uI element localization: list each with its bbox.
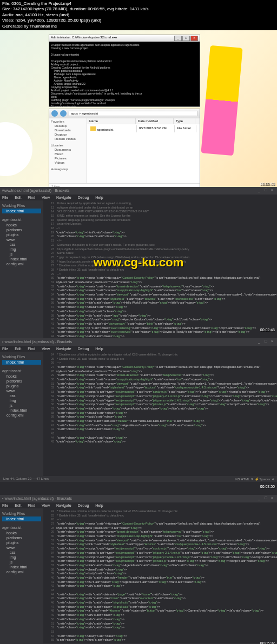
tree-item[interactable]: www [2, 237, 41, 242]
menu-help[interactable]: Help [95, 196, 103, 199]
working-file[interactable]: index.html [2, 516, 41, 521]
tree-item[interactable]: config.xml [2, 569, 41, 574]
menu-help[interactable]: Help [95, 347, 103, 351]
back-icon[interactable] [51, 110, 58, 117]
tree-item[interactable]: hooks [2, 223, 41, 227]
sidebar-libraries[interactable]: Libraries [50, 143, 85, 147]
tree-item[interactable]: www [2, 545, 41, 550]
editor-menu: File Edit Find View Navigate Debug Help [0, 194, 277, 200]
tree-item[interactable]: img [2, 398, 41, 403]
editor-titlebar[interactable]: • www/index.html (agentassist) - Bracket… [0, 338, 277, 346]
menu-find[interactable]: Find [28, 347, 35, 351]
timestamp: 00:02:46 [260, 328, 275, 332]
menu-view[interactable]: View [42, 504, 50, 507]
timestamp: 00:00:53 [260, 182, 275, 186]
menu-debug[interactable]: Debug [78, 196, 89, 199]
menu-find[interactable]: Find [28, 504, 35, 507]
tree-item[interactable]: config.xml [2, 413, 41, 418]
menu-edit[interactable]: Edit [15, 347, 21, 351]
sidebar-item-music[interactable]: Music [50, 152, 85, 156]
editor-titlebar[interactable]: • www/index.html (agentassist) - Bracket… [0, 495, 277, 502]
column-type[interactable]: Type [174, 118, 195, 124]
tree-item[interactable]: platforms [2, 535, 41, 540]
cmd-titlebar[interactable]: Administrator: C:\Windows\system32\cmd.e… [49, 35, 200, 42]
close-button[interactable]: × [190, 36, 198, 41]
maximize-button[interactable]: □ [182, 36, 190, 41]
editor-titlebar[interactable]: www/index.html (agentassist) - Brackets … [0, 187, 277, 194]
tree-item[interactable]: css [2, 242, 41, 247]
code-editor[interactable]: 24 * Disables use of inline scripts in o… [43, 352, 277, 476]
tree-item[interactable]: plugins [2, 232, 41, 237]
sidebar-item-documents[interactable]: Documents [50, 147, 85, 152]
sidebar-item-desktop[interactable]: Desktop [50, 124, 85, 128]
working-file[interactable]: index.html [2, 360, 41, 365]
maximize-icon[interactable]: □ [263, 339, 268, 345]
sidebar-homegroup[interactable]: Homegroup [50, 167, 85, 171]
sidebar-item-videos[interactable]: Videos [50, 160, 85, 165]
code-editor[interactable]: 24 * Disables use of inline scripts in o… [43, 508, 277, 643]
sidebar-favorites[interactable]: Favorites [50, 119, 85, 124]
tree-item[interactable]: img [2, 247, 41, 252]
tree-item[interactable]: plugins [2, 384, 41, 388]
tree-item[interactable]: css [2, 393, 41, 398]
forward-icon[interactable] [60, 110, 67, 117]
tree-item[interactable]: plugins [2, 540, 41, 545]
project-header[interactable]: agentassist [2, 217, 41, 223]
working-file[interactable]: index.html [2, 209, 41, 213]
maximize-icon[interactable]: □ [263, 496, 268, 501]
minimize-icon[interactable]: _ [256, 339, 262, 345]
menu-view[interactable]: View [42, 196, 50, 199]
tree-item[interactable]: js [2, 252, 41, 257]
tree-item[interactable]: js [2, 560, 41, 565]
menu-edit[interactable]: Edit [15, 196, 21, 199]
sidebar-item-recent[interactable]: Recent Places [50, 137, 85, 141]
menu-debug[interactable]: Debug [78, 504, 89, 507]
sidebar-item-dropbox[interactable]: Dropbox [50, 132, 85, 137]
close-icon[interactable]: × [269, 188, 275, 193]
menu-file[interactable]: File [2, 504, 8, 507]
tree-item[interactable]: hooks [2, 531, 41, 535]
project-header[interactable]: agentassist [2, 525, 41, 531]
tree-item[interactable]: hooks [2, 374, 41, 379]
sidebar-item-downloads[interactable]: Downloads [50, 128, 85, 132]
close-icon[interactable]: × [269, 339, 275, 345]
minimize-button[interactable]: _ [174, 36, 182, 41]
tree-item[interactable]: index.html [2, 565, 41, 569]
tree-item[interactable]: index.html [2, 408, 41, 413]
menu-view[interactable]: View [42, 347, 50, 351]
column-name[interactable]: Name [87, 118, 136, 124]
working-files-header: Working Files [2, 511, 41, 516]
menu-find[interactable]: Find [28, 196, 35, 199]
menu-file[interactable]: File [2, 196, 8, 199]
tree-item[interactable]: js [2, 403, 41, 408]
editor-pane-3: • www/index.html (agentassist) - Bracket… [0, 495, 277, 644]
file-row[interactable]: agentassist 8/27/2015 9:52 PM File folde… [87, 124, 200, 133]
timestamp: 00:03:50 [260, 485, 275, 488]
tree-item[interactable]: img [2, 555, 41, 560]
maximize-icon[interactable]: □ [263, 188, 268, 193]
path-field[interactable]: apps > agentassist [69, 111, 197, 116]
sidebar-item-pictures[interactable]: Pictures [50, 156, 85, 160]
column-date[interactable]: Date modified [136, 118, 174, 124]
menu-help[interactable]: Help [95, 504, 103, 507]
tree-item[interactable]: platforms [2, 379, 41, 384]
minimize-icon[interactable]: _ [256, 188, 262, 193]
close-icon[interactable]: × [269, 496, 275, 501]
tree-item[interactable]: index.html [2, 257, 41, 261]
menu-navigate[interactable]: Navigate [56, 347, 71, 351]
explorer-status: 1 item [49, 183, 200, 187]
menu-file[interactable]: File [2, 347, 8, 351]
tree-item[interactable]: config.xml [2, 261, 41, 266]
explorer-toolbar: apps > agentassist [49, 109, 200, 118]
menu-navigate[interactable]: Navigate [56, 196, 71, 199]
menu-navigate[interactable]: Navigate [56, 504, 71, 507]
tree-item[interactable]: www [2, 388, 41, 393]
explorer-sidebar: Favorites Desktop Downloads Dropbox Rece… [49, 118, 87, 183]
project-header[interactable]: agentassist [2, 368, 41, 374]
menu-debug[interactable]: Debug [78, 347, 89, 351]
minimize-icon[interactable]: _ [256, 496, 262, 501]
tree-item[interactable]: css [2, 550, 41, 555]
code-editor[interactable]: 12 Unless required by applicable law or … [43, 200, 277, 360]
menu-edit[interactable]: Edit [15, 504, 21, 507]
tree-item[interactable]: platforms [2, 227, 41, 232]
